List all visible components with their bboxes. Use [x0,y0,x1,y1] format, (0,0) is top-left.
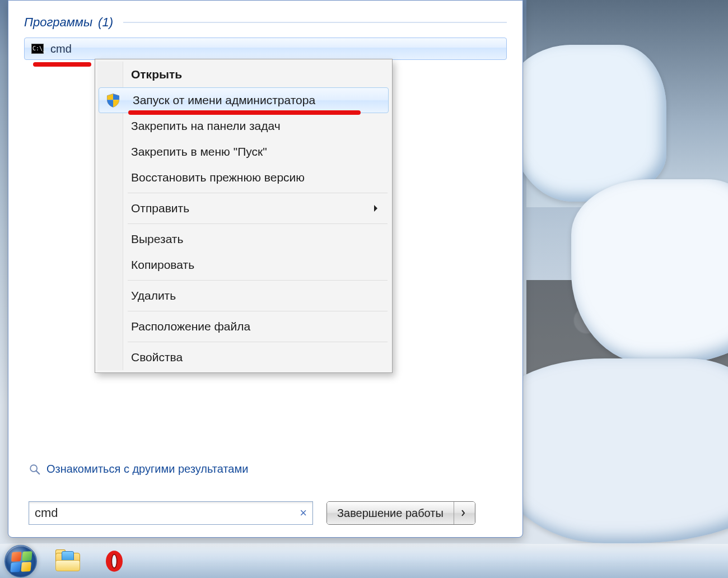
search-icon [29,463,41,476]
search-result-label: cmd [50,43,72,55]
category-header: Программы (1) [24,15,507,30]
context-menu-item-label: Отправить [131,202,189,215]
context-menu-item[interactable]: Копировать [97,252,390,278]
taskbar [0,543,728,578]
context-menu-item[interactable]: Удалить [97,283,390,309]
context-menu-separator [128,311,388,311]
context-menu-item[interactable]: Запуск от имени администратора [99,87,389,113]
category-label: Программы [24,15,92,30]
svg-point-7 [112,554,116,567]
windows-logo-icon [10,551,32,572]
start-menu-footer: cmd × Завершение работы [29,501,507,525]
context-menu-item-label: Закрепить в меню "Пуск" [131,145,267,159]
context-menu-item[interactable]: Отправить [97,195,390,221]
opera-icon [103,550,125,572]
shutdown-label[interactable]: Завершение работы [327,502,454,524]
context-menu-separator [128,280,388,281]
start-button[interactable] [4,545,37,577]
taskbar-item-explorer[interactable] [54,548,83,574]
context-menu-item-label: Свойства [131,351,183,364]
context-menu-item-label: Удалить [131,289,176,302]
context-menu-item-label: Открыть [131,68,182,81]
context-menu-separator [128,223,388,224]
context-menu-item[interactable]: Свойства [97,344,390,370]
folder-icon [55,551,81,571]
submenu-arrow-icon [374,205,381,212]
shutdown-split-button[interactable]: Завершение работы [326,501,475,525]
context-menu-item[interactable]: Закрепить на панели задач [97,113,390,139]
context-menu-separator [128,342,388,342]
context-menu-separator [128,193,388,193]
more-results-link[interactable]: Ознакомиться с другими результатами [29,463,248,476]
context-menu-item-label: Копировать [131,258,194,272]
context-menu-item[interactable]: Открыть [97,62,390,87]
context-menu: ОткрытьЗапуск от имени администратораЗак… [95,59,393,373]
category-count: (1) [98,15,113,30]
context-menu-item-label: Закрепить на панели задач [131,119,281,133]
more-results-label: Ознакомиться с другими результатами [46,463,248,476]
context-menu-item[interactable]: Расположение файла [97,314,390,339]
search-result-cmd[interactable]: cmd [24,38,507,60]
start-menu-panel: Программы (1) cmd ОткрытьЗапуск от имени… [8,0,523,538]
context-menu-item-label: Восстановить прежнюю версию [131,171,305,184]
context-menu-item-label: Запуск от имени администратора [133,94,315,107]
shutdown-arrow-button[interactable] [454,502,475,524]
svg-line-1 [36,470,40,474]
context-menu-item[interactable]: Вырезать [97,226,390,252]
annotation-underline [33,62,91,67]
shutdown-text: Завершение работы [337,507,444,520]
clear-search-icon[interactable]: × [300,506,307,520]
search-input-value: cmd [35,506,58,520]
cmd-icon [31,44,44,54]
context-menu-item[interactable]: Закрепить в меню "Пуск" [97,139,390,165]
category-divider [123,22,507,23]
annotation-underline [128,110,361,115]
uac-shield-icon [106,92,120,108]
context-menu-item-label: Расположение файла [131,320,250,333]
taskbar-item-opera[interactable] [100,548,129,574]
desktop-wallpaper [526,0,728,543]
context-menu-item[interactable]: Восстановить прежнюю версию [97,165,390,190]
search-input[interactable]: cmd × [29,501,313,525]
context-menu-item-label: Вырезать [131,232,183,246]
